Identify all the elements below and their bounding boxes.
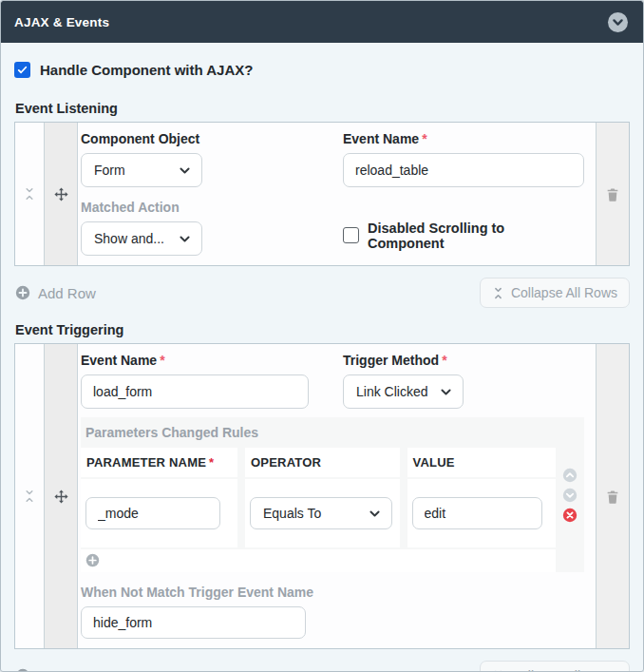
collapse-all-rows-button[interactable]: Collapse All Rows [480, 278, 630, 308]
trigger-event-name-input[interactable] [81, 374, 309, 409]
panel-title: AJAX & Events [14, 15, 109, 29]
row-drag-handle[interactable] [45, 344, 78, 648]
required-mark: * [422, 131, 426, 146]
trigger-method-field: Trigger Method* Link Clicked [343, 353, 584, 409]
chevron-down-icon [179, 164, 191, 177]
trash-icon [605, 186, 620, 202]
event-triggering-actions: Add Row Collapse All Rows [14, 649, 630, 672]
check-icon [17, 65, 28, 75]
row-fields: Event Name* Trigger Method* Link Clicked [78, 344, 596, 648]
plus-circle-icon [15, 668, 30, 672]
component-object-select[interactable]: Form [81, 153, 202, 187]
move-param-up-button[interactable] [562, 468, 578, 483]
ajax-events-panel: AJAX & Events Handle Component with AJAX… [0, 0, 644, 672]
collapse-row-icon [23, 187, 36, 201]
row-drag-handle[interactable] [45, 123, 78, 265]
collapse-all-label: Collapse All Rows [511, 285, 617, 300]
event-listening-actions: Add Row Collapse All Rows [14, 266, 630, 322]
handle-ajax-row: Handle Component with AJAX? [14, 62, 630, 78]
value-cell [407, 479, 557, 547]
event-listening-title: Event Listening [15, 101, 630, 116]
when-not-match-field: When Not Match Trigger Event Name [81, 585, 584, 639]
operator-cell: Equals To [245, 479, 400, 547]
trigger-method-value: Link Clicked [356, 384, 427, 399]
matched-action-select[interactable]: Show and... [81, 221, 202, 256]
chevron-down-circle-icon [562, 488, 578, 503]
trigger-event-name-label: Event Name* [81, 353, 343, 368]
event-listening-row: Component Object Form Event Name* [14, 122, 630, 266]
param-name-header: PARAMETER NAME* [81, 448, 237, 477]
collapse-row-icon [23, 490, 36, 503]
panel-body: Handle Component with AJAX? Event Listen… [1, 43, 643, 672]
collapse-all-label: Collapse All Rows [511, 668, 617, 672]
required-mark: * [442, 353, 446, 368]
disabled-scrolling-checkbox[interactable] [343, 227, 359, 243]
move-param-down-button[interactable] [562, 488, 578, 503]
plus-circle-icon [15, 285, 30, 300]
params-table: PARAMETER NAME* OPERATOR VALUE Equals To [81, 448, 556, 547]
row-collapse-handle[interactable] [15, 123, 45, 265]
handle-ajax-label: Handle Component with AJAX? [40, 62, 253, 78]
operator-value: Equals To [263, 506, 321, 521]
params-changed-rules-block: Parameters Changed Rules PARAMETER NAME*… [81, 417, 584, 572]
chevron-down-icon [179, 233, 191, 245]
delete-param-button[interactable] [562, 508, 578, 523]
required-mark: * [209, 455, 214, 470]
x-circle-icon [562, 508, 578, 523]
disabled-scrolling-row: Disabled Scrolling to Component [343, 215, 584, 256]
delete-row-button[interactable] [596, 344, 629, 648]
row-collapse-handle[interactable] [15, 344, 45, 648]
when-not-match-input[interactable] [81, 606, 306, 639]
operator-header: OPERATOR [245, 448, 400, 477]
chevron-down-icon [369, 508, 381, 520]
operator-select[interactable]: Equals To [250, 497, 392, 529]
row-fields: Component Object Form Event Name* [78, 123, 596, 265]
move-icon [53, 489, 69, 505]
param-value-input[interactable] [412, 497, 542, 529]
trash-icon [605, 489, 620, 505]
matched-action-field: Matched Action Show and... [81, 200, 343, 256]
chevron-down-icon [440, 386, 452, 398]
params-rules-label: Parameters Changed Rules [81, 417, 584, 448]
value-header: VALUE [407, 448, 557, 477]
trigger-event-name-field: Event Name* [81, 353, 343, 409]
event-triggering-row: Event Name* Trigger Method* Link Clicked [14, 343, 630, 649]
component-object-value: Form [94, 163, 125, 178]
trigger-method-select[interactable]: Link Clicked [343, 374, 464, 409]
chevron-up-circle-icon [562, 468, 578, 483]
add-row-label: Add Row [38, 668, 96, 672]
event-name-field: Event Name* [343, 131, 584, 187]
add-row-button[interactable]: Add Row [15, 285, 96, 301]
disabled-scrolling-label: Disabled Scrolling to Component [368, 221, 584, 251]
param-row-actions [556, 448, 584, 547]
collapse-panel-icon[interactable] [608, 12, 628, 32]
add-param-row[interactable] [81, 549, 556, 572]
add-row-button[interactable]: Add Row [15, 668, 96, 672]
event-triggering-title: Event Triggering [15, 322, 630, 337]
trigger-method-label: Trigger Method* [343, 353, 584, 368]
collapse-all-rows-button[interactable]: Collapse All Rows [480, 661, 630, 672]
move-icon [53, 186, 69, 202]
matched-action-label: Matched Action [81, 200, 343, 215]
component-object-label: Component Object [81, 131, 343, 146]
plus-circle-icon [85, 553, 100, 567]
matched-action-value: Show and... [94, 231, 164, 246]
delete-row-button[interactable] [596, 123, 629, 265]
param-name-cell [81, 479, 237, 547]
component-object-field: Component Object Form [81, 131, 343, 187]
param-name-input[interactable] [85, 497, 220, 529]
handle-ajax-checkbox[interactable] [14, 62, 30, 78]
when-not-match-label: When Not Match Trigger Event Name [81, 585, 584, 600]
collapse-all-icon [492, 287, 504, 299]
panel-header: AJAX & Events [1, 1, 643, 43]
add-row-label: Add Row [38, 285, 96, 301]
chevron-down-icon [612, 16, 624, 29]
required-mark: * [160, 353, 164, 368]
event-name-label: Event Name* [343, 131, 584, 146]
event-name-input[interactable] [343, 153, 584, 187]
